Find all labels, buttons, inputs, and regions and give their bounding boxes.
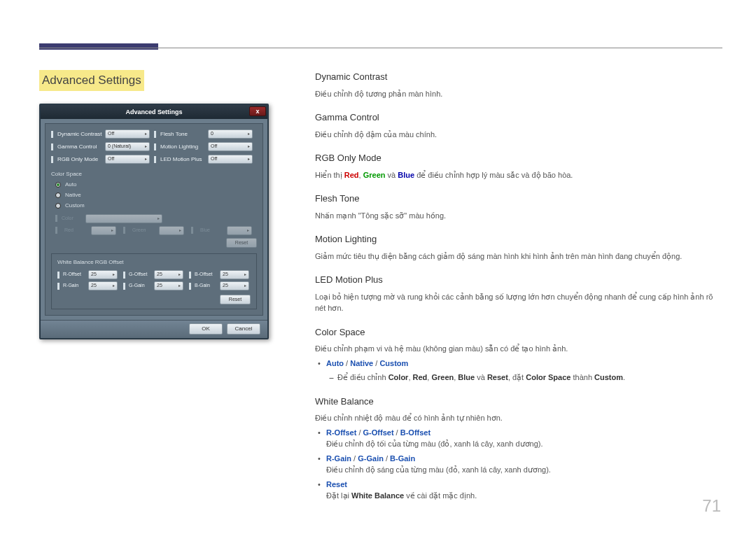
chevron-right-icon: ▸ [158, 216, 160, 222]
wb-label: R-Offset [63, 271, 88, 279]
radio-label: Auto [65, 181, 76, 189]
right-column: Dynamic Contrast Điều chỉnh độ tương phả… [315, 70, 721, 505]
text-custom: Custom [594, 373, 623, 381]
blue-label: Blue [398, 171, 414, 179]
r-offset-label: R-Offset [326, 428, 356, 437]
green-select: ▸ [159, 226, 184, 235]
g-gain-label: G-Gain [358, 454, 384, 463]
wb-label: G-Offset [129, 271, 154, 279]
b-gain-select[interactable]: 25▸ [220, 281, 249, 290]
cancel-button[interactable]: Cancel [227, 323, 260, 335]
led-motion-select[interactable]: Off▸ [208, 155, 253, 164]
chevron-right-icon: ▸ [113, 272, 115, 278]
select-value: Off [211, 155, 217, 163]
heading-rgb-only: RGB Only Mode [315, 151, 721, 165]
chevron-right-icon: ▸ [247, 227, 249, 234]
page-number: 71 [702, 493, 721, 519]
row-label: RGB Only Mode [57, 155, 105, 164]
list-item: Auto / Native / Custom Để điều chỉnh Col… [326, 358, 721, 384]
motion-lighting-select[interactable]: Off▸ [208, 142, 253, 151]
ok-button[interactable]: OK [189, 323, 223, 335]
radio-label: Native [65, 191, 81, 199]
g-gain-select[interactable]: 25▸ [154, 281, 183, 290]
paragraph: Điều chỉnh độ đậm của màu chính. [315, 129, 721, 141]
color-space-heading: Color Space [51, 170, 257, 178]
chevron-right-icon: ▸ [244, 283, 246, 289]
text-reset: Reset [487, 373, 508, 381]
osd-footer: OK Cancel [41, 320, 267, 338]
list-item: R-Gain / G-Gain / B-Gain Điều chỉnh độ s… [326, 453, 721, 476]
chevron-right-icon: ▸ [145, 131, 147, 137]
text: / [394, 428, 400, 437]
left-column: Advanced Settings Advanced Settings x Dy… [39, 70, 270, 339]
heading-gamma: Gamma Control [315, 111, 721, 125]
text: / [356, 428, 363, 437]
list-item: Reset Đặt lại White Balance về cài đặt m… [326, 479, 721, 502]
chevron-right-icon: ▸ [113, 283, 115, 289]
radio-custom[interactable] [55, 203, 61, 209]
text: Đặt lại [326, 491, 351, 500]
text-color: Color [388, 373, 409, 381]
green-label: Green [363, 171, 386, 179]
text: Điều chỉnh độ tối của từng màu (đỏ, xanh… [326, 440, 543, 448]
heading-color-space: Color Space [315, 325, 721, 339]
text: để điều chỉnh hợp lý màu sắc và độ bão h… [414, 171, 573, 179]
list-item: R-Offset / G-Offset / B-Offset Điều chỉn… [326, 427, 721, 450]
b-offset-select[interactable]: 25▸ [220, 270, 249, 279]
section-title: Advanced Settings [39, 70, 144, 91]
radio-label: Custom [65, 202, 85, 210]
reset-label: Reset [326, 480, 347, 489]
text-green: Green [431, 373, 454, 381]
heading-dynamic-contrast: Dynamic Contrast [315, 70, 721, 84]
close-button[interactable]: x [249, 106, 266, 116]
r-offset-select[interactable]: 25▸ [88, 270, 118, 279]
r-gain-select[interactable]: 25▸ [88, 281, 118, 290]
paragraph: Điều chỉnh phạm vi và hệ màu (không gian… [315, 343, 721, 355]
wb-label: B-Offset [195, 271, 220, 279]
reset-colorspace-button: Reset [226, 238, 257, 248]
radio-native[interactable] [55, 192, 61, 198]
osd-body: Dynamic ContrastOff▸ Gamma Control0 (Nat… [45, 123, 263, 316]
blue-select: ▸ [227, 226, 252, 235]
radio-auto[interactable] [55, 182, 61, 188]
select-value: 25 [91, 282, 97, 290]
chevron-right-icon: ▸ [244, 272, 246, 278]
text-whitebalance: White Balance [351, 491, 404, 500]
rgb-label: Green [132, 227, 156, 234]
chevron-right-icon: ▸ [179, 227, 181, 234]
chevron-right-icon: ▸ [178, 283, 181, 289]
color-select: ▸ [85, 214, 162, 223]
select-value: Off [108, 130, 114, 138]
wb-label: B-Gain [195, 282, 220, 290]
header-rule [39, 48, 722, 52]
dynamic-contrast-select[interactable]: Off▸ [105, 129, 150, 139]
reset-wb-button[interactable]: Reset [220, 295, 251, 304]
select-value: 25 [223, 282, 228, 290]
rgb-only-select[interactable]: Off▸ [105, 155, 150, 164]
row-label: Flesh Tone [160, 130, 208, 139]
option-native: Native [350, 359, 373, 367]
text: Hiển thị [315, 171, 344, 179]
gamma-select[interactable]: 0 (Natural)▸ [105, 142, 150, 151]
flesh-tone-select[interactable]: 0▸ [208, 129, 253, 139]
paragraph: Nhấn mạnh "Tông sặc sỡ" màu hồng. [315, 210, 721, 222]
text-colorspace: Color Space [526, 373, 570, 381]
heading-white-balance: White Balance [315, 395, 721, 409]
chevron-right-icon: ▸ [248, 156, 250, 162]
text: / [344, 359, 350, 367]
osd-panel: Advanced Settings x Dynamic ContrastOff▸… [39, 104, 269, 339]
rgb-label: Red [64, 227, 88, 234]
row-label: Gamma Control [57, 143, 105, 151]
option-custom: Custom [379, 359, 408, 367]
text-blue: Blue [458, 373, 475, 381]
chevron-right-icon: ▸ [145, 156, 147, 162]
b-gain-label: B-Gain [390, 454, 415, 463]
text: / [351, 454, 358, 463]
color-label: Color [62, 215, 85, 223]
wb-label: R-Gain [63, 282, 88, 290]
osd-title: Advanced Settings [125, 108, 182, 115]
select-value: 25 [157, 282, 162, 290]
g-offset-select[interactable]: 25▸ [154, 270, 183, 279]
paragraph: Điều chỉnh độ tương phản màn hình. [315, 88, 721, 100]
wb-heading: White Balance RGB Offset [57, 258, 251, 267]
